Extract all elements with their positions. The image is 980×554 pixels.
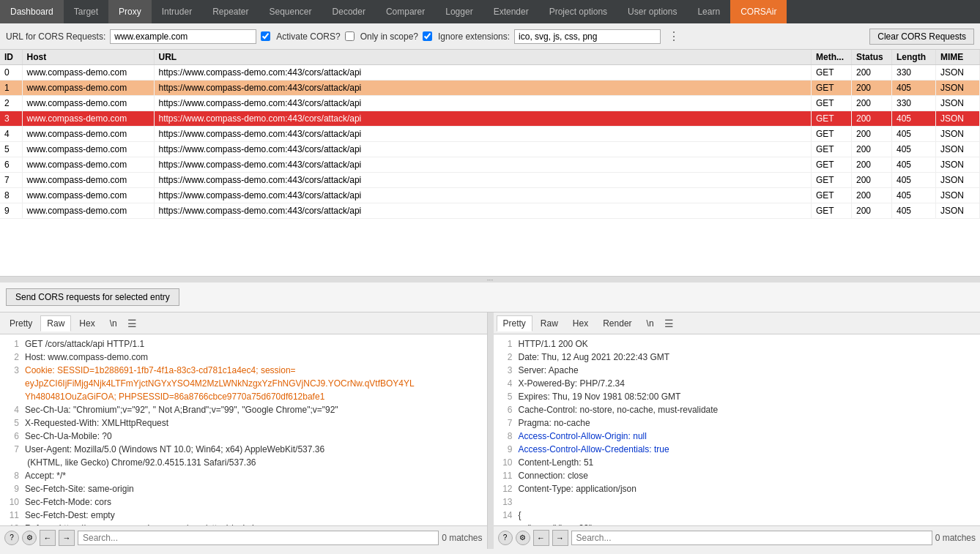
ignore-ext-input[interactable] <box>514 29 661 44</box>
cell-status: 200 <box>852 96 892 111</box>
cell-length: 405 <box>892 142 936 157</box>
request-prev-btn[interactable]: ← <box>40 530 56 546</box>
cell-id: 5 <box>0 142 22 157</box>
menu-decoder[interactable]: Decoder <box>322 0 376 23</box>
table-row[interactable]: 3 www.compass-demo.com https://www.compa… <box>0 111 980 127</box>
response-help-icon[interactable]: ? <box>498 531 513 545</box>
cell-url: https://www.compass-demo.com:443/cors/at… <box>154 81 812 96</box>
cell-status: 200 <box>852 111 892 127</box>
cell-id: 6 <box>0 157 22 173</box>
cell-host: www.compass-demo.com <box>22 142 154 157</box>
tab-newline-response[interactable]: \n <box>640 315 661 332</box>
col-header-length: Length <box>892 50 936 65</box>
cell-length: 405 <box>892 81 936 96</box>
request-panel: Pretty Raw Hex \n ☰ 1GET /cors/attack/ap… <box>0 312 488 549</box>
col-header-status: Status <box>852 50 892 65</box>
menu-comparer[interactable]: Comparer <box>376 0 435 23</box>
cell-url: https://www.compass-demo.com:443/cors/at… <box>154 65 812 81</box>
menu-extender[interactable]: Extender <box>483 0 539 23</box>
col-header-url: URL <box>154 50 812 65</box>
menu-dashboard[interactable]: Dashboard <box>0 0 64 23</box>
cell-host: www.compass-demo.com <box>22 188 154 203</box>
cell-length: 330 <box>892 96 936 111</box>
only-in-scope-label: Only in scope? <box>360 31 418 42</box>
cell-status: 200 <box>852 157 892 173</box>
cell-length: 330 <box>892 65 936 81</box>
tab-render-response[interactable]: Render <box>596 315 638 332</box>
request-menu-icon[interactable]: ☰ <box>125 318 139 329</box>
tab-raw-request[interactable]: Raw <box>40 315 71 332</box>
cell-method: GET <box>812 157 852 173</box>
request-settings-icon[interactable]: ⚙ <box>22 531 37 545</box>
tab-pretty-request[interactable]: Pretty <box>3 315 39 332</box>
response-prev-btn[interactable]: ← <box>533 530 549 546</box>
table-row[interactable]: 6 www.compass-demo.com https://www.compa… <box>0 157 980 173</box>
table-row[interactable]: 1 www.compass-demo.com https://www.compa… <box>0 81 980 96</box>
cell-method: GET <box>812 142 852 157</box>
response-code-area: 1HTTP/1.1 200 OK2Date: Thu, 12 Aug 2021 … <box>494 334 981 525</box>
response-next-btn[interactable]: → <box>552 530 568 546</box>
cell-url: https://www.compass-demo.com:443/cors/at… <box>154 173 812 188</box>
request-search-input[interactable] <box>78 531 439 545</box>
cell-url: https://www.compass-demo.com:443/cors/at… <box>154 111 812 127</box>
vertical-drag-handle-1[interactable]: ··· <box>0 277 980 282</box>
tab-hex-response[interactable]: Hex <box>566 315 595 332</box>
toolbar-more-icon[interactable]: ⋮ <box>665 29 683 43</box>
tab-newline-request[interactable]: \n <box>103 315 124 332</box>
tab-pretty-response[interactable]: Pretty <box>497 315 532 332</box>
cell-length: 405 <box>892 173 936 188</box>
menu-logger[interactable]: Logger <box>435 0 483 23</box>
request-help-icon[interactable]: ? <box>4 531 19 545</box>
cell-status: 200 <box>852 188 892 203</box>
table-row[interactable]: 2 www.compass-demo.com https://www.compa… <box>0 96 980 111</box>
table-row[interactable]: 7 www.compass-demo.com https://www.compa… <box>0 173 980 188</box>
clear-cors-button[interactable]: Clear CORS Requests <box>869 29 974 45</box>
tab-raw-response[interactable]: Raw <box>534 315 565 332</box>
menu-intruder[interactable]: Intruder <box>152 0 202 23</box>
cell-host: www.compass-demo.com <box>22 157 154 173</box>
cell-mime: JSON <box>936 127 980 142</box>
requests-table-container: ID Host URL Meth... Status Length MIME 0… <box>0 50 980 277</box>
cell-host: www.compass-demo.com <box>22 65 154 81</box>
cell-host: www.compass-demo.com <box>22 96 154 111</box>
cell-mime: JSON <box>936 65 980 81</box>
menu-target[interactable]: Target <box>64 0 108 23</box>
menu-proxy[interactable]: Proxy <box>108 0 152 23</box>
url-input[interactable] <box>110 29 256 44</box>
cell-host: www.compass-demo.com <box>22 81 154 96</box>
cell-mime: JSON <box>936 81 980 96</box>
only-in-scope-checkbox[interactable] <box>345 31 354 41</box>
send-cors-button[interactable]: Send CORS requests for selected entry <box>6 288 179 306</box>
table-row[interactable]: 9 www.compass-demo.com https://www.compa… <box>0 203 980 219</box>
table-row[interactable]: 0 www.compass-demo.com https://www.compa… <box>0 65 980 81</box>
response-settings-icon[interactable]: ⚙ <box>516 531 530 545</box>
menu-repeater[interactable]: Repeater <box>202 0 259 23</box>
response-matches-label: 0 matches <box>935 533 976 543</box>
cell-status: 200 <box>852 142 892 157</box>
cell-id: 8 <box>0 188 22 203</box>
cell-method: GET <box>812 65 852 81</box>
table-row[interactable]: 5 www.compass-demo.com https://www.compa… <box>0 142 980 157</box>
cell-mime: JSON <box>936 203 980 219</box>
request-panel-tabs: Pretty Raw Hex \n ☰ <box>0 312 487 334</box>
cell-host: www.compass-demo.com <box>22 203 154 219</box>
ignore-ext-checkbox[interactable] <box>423 31 432 41</box>
menu-sequencer[interactable]: Sequencer <box>259 0 322 23</box>
menu-project-options[interactable]: Project options <box>539 0 617 23</box>
response-menu-icon[interactable]: ☰ <box>662 318 676 329</box>
vertical-drag-handle-2[interactable] <box>488 312 494 549</box>
response-search-input[interactable] <box>571 531 932 545</box>
menu-learn[interactable]: Learn <box>687 0 730 23</box>
menu-user-options[interactable]: User options <box>617 0 687 23</box>
tab-hex-request[interactable]: Hex <box>73 315 101 332</box>
send-area: Send CORS requests for selected entry <box>0 282 980 312</box>
cell-url: https://www.compass-demo.com:443/cors/at… <box>154 188 812 203</box>
menu-corsair[interactable]: CORSAir <box>730 0 787 23</box>
table-row[interactable]: 8 www.compass-demo.com https://www.compa… <box>0 188 980 203</box>
cell-id: 3 <box>0 111 22 127</box>
table-row[interactable]: 4 www.compass-demo.com https://www.compa… <box>0 127 980 142</box>
activate-cors-checkbox[interactable] <box>261 31 270 41</box>
cell-url: https://www.compass-demo.com:443/cors/at… <box>154 203 812 219</box>
request-next-btn[interactable]: → <box>59 530 75 546</box>
cell-url: https://www.compass-demo.com:443/cors/at… <box>154 96 812 111</box>
